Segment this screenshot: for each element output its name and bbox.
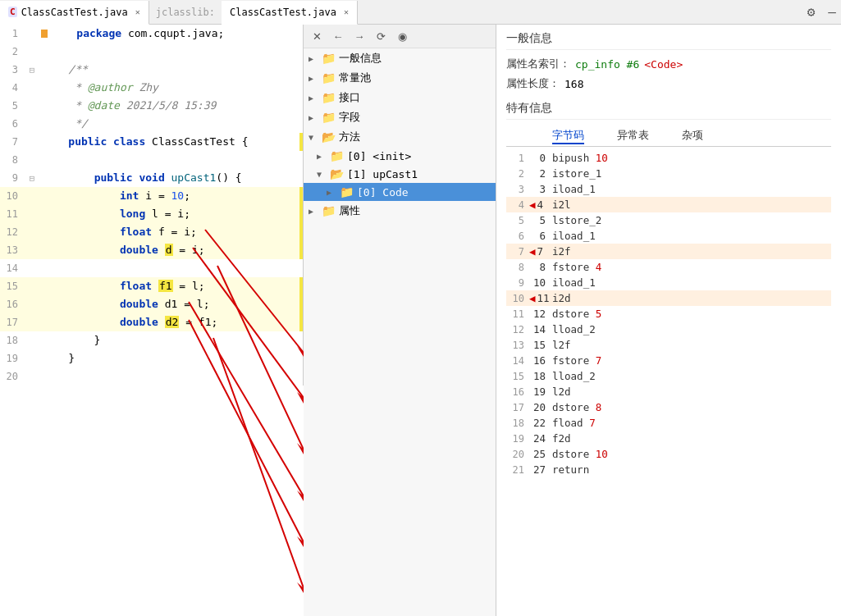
close-button[interactable]: ✕	[309, 28, 325, 44]
code-line-4: 4 * @author Zhy	[0, 79, 303, 97]
svg-marker-5	[297, 443, 304, 454]
minimize-icon[interactable]: —	[823, 4, 841, 20]
line-marker-13	[299, 241, 303, 259]
tree-arrow-general: ▶	[309, 54, 318, 63]
code-line-1: 1 package com.cqupt.java;	[0, 25, 303, 43]
bc-row-8: 8 8 fstore 4	[506, 259, 831, 275]
code-line-2: 2	[0, 43, 303, 61]
code-line-8: 8	[0, 151, 303, 169]
svg-marker-3	[297, 392, 304, 404]
bytecode-table: 1 0 bipush 10 2 2 istore_1 3 3 iload_1 4	[506, 150, 831, 477]
tree-item-attributes[interactable]: ▶ 📁 属性	[304, 201, 496, 221]
code-line-20: 20	[0, 367, 303, 386]
tree-item-fields[interactable]: ▶ 📁 字段	[304, 107, 496, 127]
folder-icon-interface: 📁	[322, 91, 336, 104]
line-marker-16	[299, 295, 303, 313]
tab-right-label: ClassCastTest.java	[230, 7, 336, 18]
attr-index-link[interactable]: cp_info #6	[575, 58, 639, 71]
bc-row-19: 19 24 f2d	[506, 431, 831, 446]
tree-item-interface[interactable]: ▶ 📁 接口	[304, 88, 496, 107]
bc-row-20: 20 25 dstore 10	[506, 446, 831, 462]
bc-row-21: 21 27 return	[506, 462, 831, 477]
bc-row-17: 17 20 dstore 8	[506, 399, 831, 415]
bc-row-14: 14 16 fstore 7	[506, 353, 831, 368]
tree-arrow-methods: ▼	[309, 133, 318, 142]
refresh-button[interactable]: ⟳	[373, 28, 389, 44]
tree-arrow-upcast1: ▼	[317, 170, 327, 179]
tab-left-java[interactable]: C ClassCastTest.java ✕	[0, 1, 149, 25]
line-marker-7	[299, 133, 303, 151]
tree-label-methods: 方法	[339, 130, 360, 144]
tree-item-constant-pool[interactable]: ▶ 📁 常量池	[304, 68, 496, 88]
bc-row-5: 5 5 lstore_2	[506, 212, 831, 228]
code-line-17: 17 double d2 = f1;	[0, 313, 303, 331]
tree-item-code[interactable]: ▶ 📁 [0] Code	[304, 183, 496, 201]
bc-row-10: 10 ◀11 i2d	[506, 290, 831, 306]
bc-row-1: 1 0 bipush 10	[506, 150, 831, 166]
code-line-16: 16 double d1 = l;	[0, 295, 303, 313]
attr-length-label: 属性长度：	[506, 76, 560, 91]
svg-marker-7	[297, 491, 304, 501]
code-line-13: 13 double d = i;	[0, 241, 303, 259]
code-line-7: 7 public class ClassCastTest {	[0, 133, 303, 151]
tab-right-close[interactable]: ✕	[344, 7, 349, 16]
tree-item-init[interactable]: ▶ 📁 [0] <init>	[304, 147, 496, 165]
forward-button[interactable]: →	[351, 28, 368, 44]
folder-icon-code: 📁	[340, 185, 354, 198]
bookmark-1	[41, 30, 48, 38]
general-info-title: 一般信息	[506, 31, 831, 50]
tab-bar: C ClassCastTest.java ✕ jclasslib: ClassC…	[0, 0, 841, 25]
browse-button[interactable]: ◉	[394, 28, 410, 44]
tree-toolbar: ✕ ← → ⟳ ◉	[304, 25, 496, 48]
tree-label-interface: 接口	[339, 90, 360, 105]
attr-index-value: <Code>	[644, 58, 683, 71]
tree-item-general[interactable]: ▶ 📁 一般信息	[304, 48, 496, 68]
tab-exceptions[interactable]: 异常表	[617, 128, 649, 144]
svg-marker-11	[297, 582, 304, 593]
tree-label-init: [0] <init>	[347, 150, 411, 162]
folder-icon-methods: 📂	[322, 130, 336, 144]
info-panel: 一般信息 属性名索引： cp_info #6 <Code> 属性长度： 168 …	[496, 25, 841, 616]
tree-label-general: 一般信息	[339, 51, 382, 66]
tree-label-attributes: 属性	[339, 203, 360, 218]
svg-marker-9	[297, 536, 304, 547]
bc-row-7: 7 ◀7 i2f	[506, 244, 831, 259]
tree-item-methods[interactable]: ▼ 📂 方法	[304, 127, 496, 147]
tab-misc[interactable]: 杂项	[682, 128, 703, 144]
tree-arrow-interface: ▶	[309, 94, 318, 103]
line-marker-12	[299, 223, 303, 241]
folder-icon-pool: 📁	[322, 71, 336, 84]
settings-icon[interactable]: ⚙	[799, 4, 824, 20]
main-content: 1 package com.cqupt.java; 2 3 ⊟ /** 4	[0, 25, 841, 616]
code-line-12: 12 float f = i;	[0, 223, 303, 241]
attr-length-row: 属性长度： 168	[506, 76, 831, 91]
tree-arrow-pool: ▶	[309, 74, 318, 83]
tab-left-label: ClassCastTest.java	[21, 7, 128, 18]
java-file-icon: C	[8, 7, 17, 17]
bc-row-16: 16 19 l2d	[506, 384, 831, 399]
code-line-5: 5 * @date 2021/5/8 15:39	[0, 97, 303, 115]
folder-icon-init: 📁	[330, 149, 344, 162]
code-line-6: 6 */	[0, 115, 303, 133]
tab-bytecode[interactable]: 字节码	[552, 128, 584, 144]
bytecode-header: 字节码 异常表 杂项	[506, 126, 831, 147]
line-marker-17	[299, 313, 303, 331]
bc-row-15: 15 18 lload_2	[506, 368, 831, 384]
line-marker-11	[299, 205, 303, 223]
tree-item-upcast1[interactable]: ▼ 📂 [1] upCast1	[304, 165, 496, 183]
bc-row-9: 9 10 iload_1	[506, 275, 831, 290]
bc-row-18: 18 22 fload 7	[506, 415, 831, 431]
code-line-15: 15 float f1 = l;	[0, 277, 303, 295]
right-panel: ✕ ← → ⟳ ◉ ▶ 📁 一般信息 ▶ 📁 常量池 ▶ 📁 接口	[304, 25, 841, 616]
code-line-3: 3 ⊟ /**	[0, 61, 303, 79]
tab-left-close[interactable]: ✕	[135, 7, 140, 16]
bc-row-6: 6 6 iload_1	[506, 228, 831, 244]
tab-right-jclasslib[interactable]: ClassCastTest.java ✕	[222, 1, 358, 25]
code-panel: 1 package com.cqupt.java; 2 3 ⊟ /** 4	[0, 25, 304, 386]
tree-label-fields: 字段	[339, 110, 360, 125]
back-button[interactable]: ←	[330, 28, 346, 44]
tree-arrow-fields: ▶	[309, 113, 318, 122]
tree-label-upcast1: [1] upCast1	[347, 168, 418, 180]
tree-arrow-attributes: ▶	[309, 207, 318, 216]
line-marker-15	[299, 277, 303, 295]
